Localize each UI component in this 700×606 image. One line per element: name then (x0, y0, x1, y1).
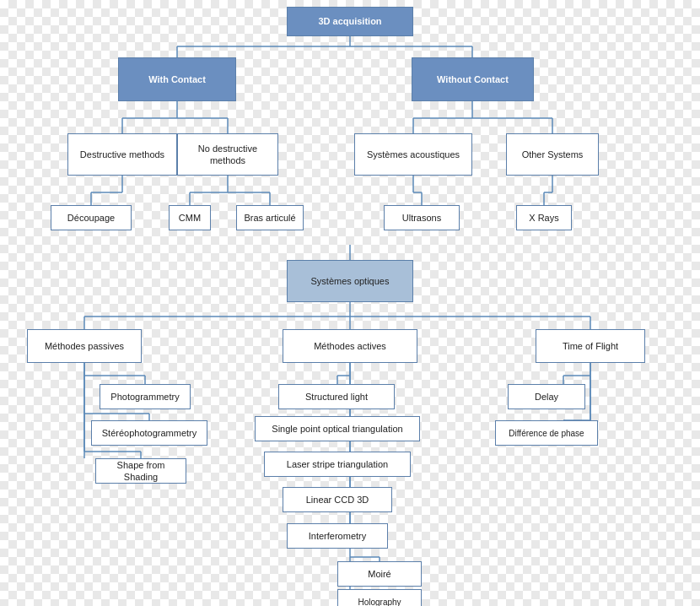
node-cmm: CMM (169, 205, 211, 230)
node-structured-light: Structured light (278, 384, 395, 409)
node-stereophotogrammetry: Stéréophotogrammetry (91, 420, 207, 446)
node-systemes-acoustiques: Systèmes acoustiques (354, 133, 472, 176)
node-methodes-passives: Méthodes passives (27, 329, 142, 363)
node-linear-ccd: Linear CCD 3D (283, 487, 392, 512)
node-time-of-flight: Time of Flight (536, 329, 645, 363)
node-destructive: Destructive methods (67, 133, 177, 176)
node-interferometry: Interferometry (287, 523, 388, 549)
diagram-container: 3D acquisition With Contact Without Cont… (0, 0, 700, 606)
node-laser-stripe: Laser stripe triangulation (264, 452, 411, 477)
node-systemes-optiques: Systèmes optiques (287, 260, 413, 302)
node-methodes-actives: Méthodes actives (283, 329, 417, 363)
node-ultrasons: Ultrasons (384, 205, 460, 230)
connector-lines (0, 0, 700, 606)
node-single-point: Single point optical triangulation (255, 416, 420, 441)
node-moire: Moiré (337, 561, 422, 587)
node-delay: Delay (508, 384, 585, 409)
node-no-destructive: No destructive methods (177, 133, 278, 176)
node-difference-phase: Différence de phase (495, 420, 598, 446)
node-xrays: X Rays (516, 205, 572, 230)
node-with-contact: With Contact (118, 57, 236, 101)
node-decoupage: Découpage (51, 205, 132, 230)
node-shape-from-shading: Shape from Shading (95, 458, 186, 484)
node-holography: Holography (337, 589, 422, 606)
node-bras: Bras articulé (236, 205, 304, 230)
node-root: 3D acquisition (287, 7, 413, 36)
node-other-systems: Other Systems (506, 133, 599, 176)
node-photogrammetry: Photogrammetry (100, 384, 191, 409)
node-without-contact: Without Contact (412, 57, 534, 101)
